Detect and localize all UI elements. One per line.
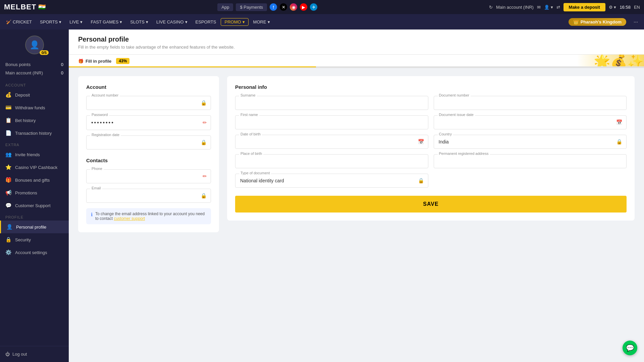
doc-issue-date-input[interactable] [434,115,627,129]
calendar-icon-docissue[interactable]: 📅 [616,119,623,125]
pob-input[interactable] [235,154,428,168]
logo-text: MELBET [4,3,36,11]
registration-date-input[interactable] [86,135,211,149]
nav-cricket[interactable]: 🏏 CRICKET [3,18,35,26]
logo-flag: 🇮🇳 [38,3,46,11]
password-input[interactable] [86,115,211,130]
address-input[interactable] [434,154,627,168]
settings-icon[interactable]: ⚙ ▾ [609,5,616,10]
progress-coins: 🌟💰✨ [577,55,644,67]
nav-esports[interactable]: ESPORTS [192,18,220,26]
doctype-label: Type of document [239,171,271,175]
progress-bar-track [69,66,644,67]
email-label: Email [90,186,102,190]
contacts-title: Contacts [86,158,211,163]
document-number-label: Document number [438,93,471,97]
fill-profile-btn[interactable]: 🎁 Fill in profile [78,59,111,64]
avatar-badge: 0/5 [40,50,49,55]
document-number-group: Document number [434,96,627,110]
deposit-button[interactable]: Make a deposit [564,3,605,11]
sync-icon-area[interactable]: ↻ [489,5,493,10]
sidebar-item-deposit[interactable]: 💰Deposit [0,88,69,101]
main-content: Personal profile Fill in the empty field… [69,29,644,362]
security-icon: 🔒 [5,237,12,243]
top-right: ↻ Main account (INR) ✉ 👤 ▾ ⇄ Make a depo… [489,3,640,11]
main-nav: 🏏 CRICKET SPORTS ▾ LIVE ▾ FAST GAMES ▾ S… [0,14,644,29]
app-button[interactable]: App [217,3,233,11]
contacts-section: Contacts Phone ✏ Email 🔒 ℹ To change the… [86,158,211,224]
instagram-icon[interactable]: ◉ [290,3,297,11]
phone-label: Phone [90,167,104,171]
telegram-icon[interactable]: ✈ [310,3,317,11]
sidebar-item-withdraw[interactable]: 💳Withdraw funds [0,101,69,114]
address-label: Permanent registered address [438,152,490,156]
sidebar-item-transaction-history[interactable]: 📄Transaction history [0,127,69,139]
twitter-icon[interactable]: ✕ [280,3,287,11]
email-input[interactable] [86,189,211,203]
promotions-icon: 📢 [5,190,12,196]
doctype-group: Type of document 🔒 [235,174,428,188]
row-pob-address: Place of birth Permanent registered addr… [235,154,627,168]
sidebar-item-invite[interactable]: 👥Invite friends [0,148,69,161]
account-number-input[interactable] [86,96,211,110]
progress-badge: 43% [116,58,129,64]
edit-password-icon[interactable]: ✏ [203,120,207,126]
firstname-input[interactable] [235,115,428,129]
nav-slots[interactable]: SLOTS ▾ [127,18,152,26]
payments-button[interactable]: $ Payments [236,3,267,11]
phone-input[interactable] [86,169,211,183]
country-label: Country [438,132,453,136]
sidebar-item-vip[interactable]: ⭐Casino VIP Cashback [0,161,69,174]
pharaoh-badge[interactable]: 👑 Pharaoh's Kingdom [569,18,626,26]
account-settings-icon: ⚙️ [5,249,12,255]
right-card: Personal info Surname Document number Fi… [227,76,635,221]
transfer-icon[interactable]: ⇄ [556,5,560,10]
left-card: Account Account number 🔒 Password ✏ Regi… [78,76,219,232]
sidebar-item-security[interactable]: 🔒Security [0,233,69,246]
bonus-points-row: Bonus points 0 [5,60,63,69]
chat-bubble[interactable]: 💬 [623,341,637,355]
row-firstname-docissue: First name Document issue date 📅 [235,115,627,129]
lock-icon-country: 🔒 [616,139,623,145]
nav-promo[interactable]: PROMO ▾ [221,18,248,26]
customer-support-link[interactable]: customer support [114,216,145,221]
account-number-label: Account number [90,93,120,97]
language-selector[interactable]: EN [634,5,640,10]
nav-fast-games[interactable]: FAST GAMES ▾ [87,18,125,26]
time-display: 16:58 [620,5,631,10]
dob-input[interactable] [235,135,428,149]
sidebar-item-bet-history[interactable]: 📋Bet history [0,114,69,127]
user-icon[interactable]: 👤 ▾ [544,5,553,10]
extra-section-label: EXTRA [0,139,69,148]
mail-icon[interactable]: ✉ [537,5,541,10]
account-label[interactable]: Main account (INR) [496,5,534,10]
nav-right-icon[interactable]: ⋯ [630,18,641,26]
coins-decoration: 🌟💰✨ [594,55,644,67]
save-button[interactable]: SAVE [235,196,627,213]
logout-button[interactable]: ⏻ Log out [0,346,69,362]
account-number-group: Account number 🔒 [86,96,211,110]
nav-sports[interactable]: SPORTS ▾ [37,18,65,26]
calendar-icon-dob[interactable]: 📅 [418,139,424,145]
account-section-label: ACCOUNT [0,80,69,88]
pob-group: Place of birth [235,154,428,168]
logout-icon: ⏻ [5,352,10,357]
bonuses-icon: 🎁 [5,177,12,183]
sidebar-account-info: Bonus points 0 Main account (INR) 0 [0,58,69,80]
document-number-input[interactable] [434,96,627,110]
edit-phone-icon[interactable]: ✏ [203,173,207,179]
surname-group: Surname [235,96,428,110]
sidebar-item-personal-profile[interactable]: 👤Personal profile [0,221,69,233]
surname-input[interactable] [235,96,428,110]
nav-live-casino[interactable]: LIVE CASINO ▾ [153,18,191,26]
nav-more[interactable]: MORE ▾ [250,18,273,26]
facebook-icon[interactable]: f [270,3,277,11]
surname-label: Surname [239,93,257,97]
registration-date-group: Registration date 🔒 [86,135,211,149]
nav-live[interactable]: LIVE ▾ [66,18,86,26]
sidebar-item-promotions[interactable]: 📢Promotions [0,186,69,199]
youtube-icon[interactable]: ▶ [300,3,307,11]
sidebar-item-support[interactable]: 💬Customer Support [0,199,69,212]
sidebar-item-account-settings[interactable]: ⚙️Account settings [0,246,69,259]
sidebar-item-bonuses[interactable]: 🎁Bonuses and gifts [0,174,69,186]
